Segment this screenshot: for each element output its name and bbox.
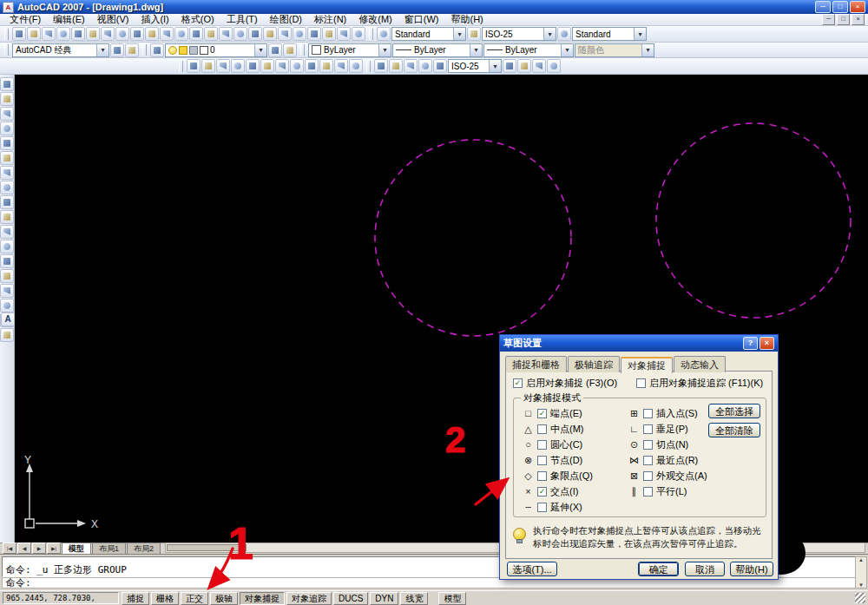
arc-icon[interactable] <box>0 151 14 165</box>
dim-linear-icon[interactable] <box>374 59 388 73</box>
command-scrollbar[interactable] <box>855 556 867 589</box>
layout-tab-2[interactable]: 布局1 <box>92 543 126 554</box>
toolbar-handle[interactable] <box>4 29 9 40</box>
statusbar-toggle-8[interactable]: DYN <box>370 592 398 605</box>
my-workspace-icon[interactable] <box>125 43 139 57</box>
statusbar-toggle-3[interactable]: 正交 <box>181 592 208 605</box>
color-combo[interactable]: ByLayer <box>308 43 391 57</box>
designcenter-icon[interactable] <box>278 27 292 41</box>
make-block-icon[interactable] <box>0 254 14 268</box>
statusbar-toggle-7[interactable]: DUCS <box>333 592 368 605</box>
snap-perpendicular-icon[interactable] <box>305 59 319 73</box>
dim-style-icon[interactable] <box>467 27 481 41</box>
zoom-realtime-icon[interactable] <box>219 27 233 41</box>
mdi-close-button[interactable]: × <box>852 14 865 25</box>
osnap-settings-icon[interactable] <box>349 59 363 73</box>
snap-checkbox[interactable] <box>643 487 653 496</box>
snap-intersection-icon[interactable] <box>231 59 245 73</box>
dim-aligned-icon[interactable] <box>389 59 403 73</box>
mdi-restore-button[interactable]: □ <box>837 14 850 25</box>
dim-arc-length-icon[interactable] <box>404 59 418 73</box>
publish-icon[interactable] <box>86 27 100 41</box>
snap-checkbox[interactable] <box>537 440 547 450</box>
insert-block-icon[interactable] <box>0 240 14 253</box>
layer-combo[interactable]: 0 <box>165 43 267 57</box>
scrollbar-thumb[interactable] <box>167 544 247 551</box>
construction-line-icon[interactable] <box>0 92 14 106</box>
menu-item-9[interactable]: 修改(M) <box>352 14 398 25</box>
dialog-tab-1[interactable]: 捕捉和栅格 <box>505 356 567 372</box>
text-style-icon[interactable] <box>377 27 391 41</box>
snap-extension-icon[interactable] <box>246 59 260 73</box>
linetype-combo[interactable]: ByLayer <box>392 43 483 57</box>
maximize-button[interactable]: □ <box>832 1 848 13</box>
snap-checkbox[interactable]: ✓ <box>537 487 547 496</box>
statusbar-toggle-1[interactable]: 捕捉 <box>122 592 149 605</box>
tab-nav-3[interactable]: ▶ <box>32 543 46 554</box>
dialog-titlebar[interactable]: 草图设置 ?× <box>500 335 778 352</box>
menu-item-4[interactable]: 插入(I) <box>135 14 174 25</box>
circle-icon[interactable] <box>0 166 14 180</box>
dropdown-arrow-icon[interactable] <box>543 28 556 40</box>
dim-style-combo[interactable]: ISO-25 <box>482 27 556 41</box>
dropdown-arrow-icon[interactable] <box>254 44 266 56</box>
block-editor-icon[interactable] <box>160 27 174 41</box>
statusbar-toggle-4[interactable]: 极轴 <box>210 592 238 605</box>
match-properties-icon[interactable] <box>145 27 159 41</box>
line-icon[interactable] <box>0 77 14 91</box>
toolbar-handle[interactable] <box>369 29 373 40</box>
snap-checkbox[interactable] <box>537 503 547 512</box>
snap-tangent-icon[interactable] <box>290 59 304 73</box>
point-icon[interactable] <box>0 269 14 283</box>
qnew-icon[interactable] <box>12 27 26 41</box>
plot-icon[interactable] <box>56 27 70 41</box>
dropdown-arrow-icon[interactable] <box>470 44 482 56</box>
dropdown-arrow-icon[interactable] <box>634 28 646 40</box>
layer-properties-manager-icon[interactable] <box>150 43 164 57</box>
dim-edit-icon[interactable] <box>517 59 531 73</box>
dialog-tab-3[interactable]: 对象捕捉 <box>621 357 673 373</box>
menu-item-6[interactable]: 工具(T) <box>220 14 264 25</box>
workspace-settings-icon[interactable] <box>110 43 124 57</box>
snap-quadrant-icon[interactable] <box>275 59 289 73</box>
tool-palettes-icon[interactable] <box>293 27 306 41</box>
cut-icon[interactable] <box>101 27 115 41</box>
snap-checkbox[interactable] <box>643 440 653 450</box>
copy-icon[interactable] <box>115 27 129 41</box>
workspace-combo[interactable]: AutoCAD 经典 <box>12 43 109 57</box>
table-style-combo[interactable]: Standard <box>572 27 647 41</box>
statusbar-toggle-5[interactable]: 对象捕捉 <box>240 592 285 605</box>
snap-checkbox[interactable] <box>643 471 653 481</box>
options-button[interactable]: 选项(T)... <box>507 562 557 576</box>
snap-node-icon[interactable] <box>334 59 348 73</box>
snap-from-icon[interactable] <box>187 59 201 73</box>
hatch-icon[interactable] <box>0 284 14 298</box>
toolbar-handle[interactable] <box>142 44 147 56</box>
polyline-icon[interactable] <box>0 107 14 121</box>
table-icon[interactable] <box>0 328 14 342</box>
ellipse-arc-icon[interactable] <box>0 225 14 239</box>
pan-realtime-icon[interactable] <box>204 27 218 41</box>
paste-icon[interactable] <box>130 27 144 41</box>
tab-nav-1[interactable]: |◀ <box>3 543 16 554</box>
quickcalc-icon[interactable] <box>337 27 351 41</box>
dimension-style-combo[interactable]: ISO-25 <box>448 59 502 73</box>
text-style-combo[interactable]: Standard <box>391 27 466 41</box>
statusbar-toggle-6[interactable]: 对象追踪 <box>286 592 332 605</box>
snap-endpoint-icon[interactable] <box>201 59 215 73</box>
dialog-close-button[interactable]: × <box>760 337 774 350</box>
select-all-button[interactable]: 全部选择 <box>708 404 760 418</box>
menu-item-10[interactable]: 窗口(W) <box>398 14 445 25</box>
ellipse-icon[interactable] <box>0 210 14 224</box>
save-icon[interactable] <box>42 27 56 41</box>
ok-button[interactable]: 确定 <box>638 562 679 576</box>
dim-ordinate-icon[interactable] <box>418 59 432 73</box>
statusbar-toggle-2[interactable]: 栅格 <box>151 592 179 605</box>
snap-checkbox[interactable]: ✓ <box>537 409 547 418</box>
sheet-set-manager-icon[interactable] <box>307 27 321 41</box>
markup-set-manager-icon[interactable] <box>322 27 336 41</box>
dropdown-arrow-icon[interactable] <box>378 44 391 56</box>
spline-icon[interactable] <box>0 195 14 209</box>
enable-otrack-checkbox[interactable]: 启用对象捕捉追踪 (F11)(K) <box>636 377 763 390</box>
menu-item-11[interactable]: 帮助(H) <box>445 14 490 25</box>
